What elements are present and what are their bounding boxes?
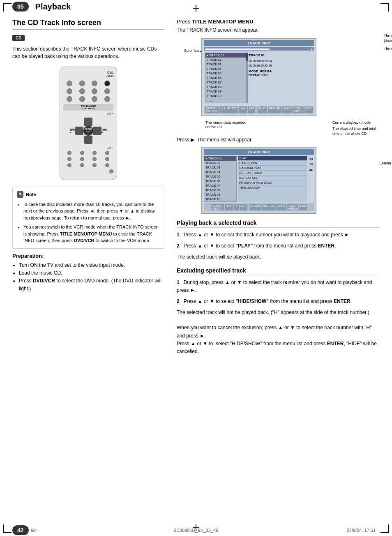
remote-btn-s12 — [105, 163, 109, 167]
chapter-title: Playback — [35, 2, 71, 12]
ctrl-title[interactable]: TITLE/MENU — [293, 106, 304, 113]
trk-minus-label: TRK− — [69, 128, 75, 134]
remote-btn-11 — [92, 96, 97, 102]
ctrl-back[interactable]: BACK — [282, 106, 292, 113]
menu-option-play[interactable]: PLAY — [238, 156, 307, 161]
track-time-1: 00:00:10:00:03:54 — [249, 59, 312, 63]
dpad-enter[interactable]: ENTER/SEL — [83, 126, 93, 136]
remote-btn-s4 — [105, 151, 109, 155]
screen-body: ● TRACK 01 TRACK 02 TRACK 03 TRACK 04 TR… — [204, 51, 314, 104]
footer-date: 27/9/04, 17:51 — [347, 528, 376, 533]
menu-track-list: ● TRACK 01 TRACK 02 TRACK 03 TRACK 04 TR… — [204, 156, 237, 202]
playing-step-1: 1 Press ▲ or ▼ to select the track numbe… — [177, 231, 380, 239]
annotation-current-mode: Current playback mode The elapsed time a… — [332, 120, 378, 136]
track-detail-panel: TRACK 01 00:00:10:00:03:54 00:00:10:00:4… — [248, 53, 313, 103]
track-item-9: TRACK 09 — [205, 89, 246, 94]
remote-row-1 — [63, 81, 113, 86]
track-name-display: TRACK 01 — [249, 53, 312, 57]
remote-row-3 — [63, 96, 113, 102]
dpad: ENTER/SEL TRK− TRK+ — [75, 118, 101, 144]
menu-option-program[interactable]: PROGRAM PLAYBACK — [238, 180, 307, 185]
menu-option-random[interactable]: RANDOM PLAY — [238, 166, 307, 171]
cd-badge: CD — [12, 35, 25, 41]
playing-step-2-follow: The selected track will be played back. — [177, 253, 380, 261]
menu-ctrl-arrow[interactable]: ◄ — [234, 204, 239, 210]
remote-btn-s5 — [67, 157, 71, 161]
two-column-layout: The CD Track Info screen CD This section… — [12, 18, 380, 356]
title-menu-button[interactable]: TITLE MENU/TOP MENU — [63, 104, 113, 111]
cancel-text: When you want to cancel the exclusion, p… — [177, 324, 380, 356]
remote-btn-7 — [92, 88, 97, 94]
remote-btn-10 — [79, 96, 85, 102]
track-item-7: TRACK 07 — [205, 80, 246, 85]
note-header: ✎ Note — [17, 191, 160, 198]
menu-track-07: TRACK 07 — [204, 183, 236, 188]
screen-title: TRACK INFO — [204, 40, 314, 46]
menu-option-repeat-all[interactable]: REPEAT ALL — [238, 176, 307, 180]
remote-btn-2 — [79, 81, 85, 86]
ctrl-set[interactable]: SET — [248, 106, 256, 113]
excluding-step-2: 2 Press ▲ or ▼ to select "HIDE/SHOW" fro… — [177, 298, 380, 305]
dpad-right[interactable] — [93, 127, 101, 135]
remote-btn-s11 — [92, 163, 97, 167]
excluding-step-1: 1 During stop, press ▲ or ▼ to select th… — [177, 279, 380, 294]
menu-ctrl-enter2[interactable]: ENTER — [250, 204, 261, 210]
ctrl-enter-select[interactable]: ENTER/SELECT — [205, 106, 219, 113]
footer-en: En — [31, 528, 37, 533]
annotation-elapsed: The elapsed time and total time of the m… — [384, 34, 392, 43]
menu-option-hide[interactable]: HIDE-SHOW — [238, 161, 307, 166]
menu-track-03: TRACK 03 — [204, 165, 236, 170]
track-info-screen-desc: The TRACK INFO screen will appear. — [177, 27, 380, 33]
menu-ctrl-back[interactable]: BACK — [277, 204, 286, 210]
progress-bar-fill — [205, 49, 270, 50]
remote-btn-s13 — [109, 169, 113, 173]
ctrl-select[interactable]: ▲▼ SELECT — [219, 106, 238, 113]
remote-container: DVD/VCR — [12, 67, 164, 180]
preparation-title: Preparation: — [12, 253, 164, 259]
section-title: The CD Track Info screen — [12, 18, 164, 30]
menu-body: ● TRACK 01 TRACK 02 TRACK 03 TRACK 04 TR… — [204, 156, 314, 202]
press-title-instruction: Press TITLE MENU/TOP MENU. — [177, 18, 380, 25]
track-item-3: TRACK 03 — [205, 62, 246, 67]
menu-option-repeat-track[interactable]: REPEAT TRACK — [238, 171, 307, 176]
dvd-vcr-label: DVD/VCR — [106, 71, 113, 78]
note-label: Note — [26, 192, 36, 197]
remote-control: DVD/VCR — [60, 67, 117, 180]
ctrl-play[interactable]: PLAY — [258, 106, 267, 113]
prep-list: Turn ON the TV and set to the video inpu… — [12, 261, 164, 293]
remote-btn-s7 — [92, 157, 97, 161]
track-info-screen: TRACK INFO ▶ ● TRACK 01 TRACK 02 TRA — [201, 38, 316, 116]
menu-options: PLAY HIDE-SHOW RANDOM PLAY REPEAT TRACK … — [238, 156, 307, 202]
header-bar: 05 Playback — [0, 0, 392, 13]
prep-item-1: Turn ON the TV and set to the video inpu… — [19, 261, 164, 269]
scrollbar-label: Scroll bar — [178, 49, 200, 53]
remote-btn-12 — [104, 96, 110, 102]
menu-track-04: TRACK 04 — [204, 170, 236, 174]
note-list: In case the disc includes more than 10 t… — [17, 201, 160, 244]
menu-ctrl-return[interactable]: RETURN — [262, 204, 276, 210]
menu-option-time-search[interactable]: TIME SEARCH — [238, 185, 307, 190]
playing-back-title: Playing back a selected track — [177, 219, 380, 228]
menu-screen-wrapper: TRACK INFO ● TRACK 01 TRACK 02 TRACK 03 … — [201, 147, 380, 214]
dpad-down[interactable] — [84, 136, 92, 144]
menu-ctrl-enter[interactable]: ENTER/SELECT — [211, 204, 224, 210]
menu-ctrl-set[interactable]: SET — [240, 204, 247, 210]
remote-row-5 — [63, 157, 113, 161]
menu-ctrl-title[interactable]: TITLE/MENU — [287, 204, 298, 210]
ctrl-arrow[interactable]: ◄► — [239, 106, 247, 113]
ctrl-end[interactable]: END — [304, 106, 313, 113]
menu-ctrl-select[interactable]: ▲▼ — [225, 204, 233, 210]
prep-item-3: Press DVD/VCR to select the DVD mode. (T… — [19, 277, 164, 293]
menu-screen: TRACK INFO ● TRACK 01 TRACK 02 TRACK 03 … — [201, 147, 316, 214]
remote-btn-s9 — [67, 163, 71, 167]
scrollbar-thumb — [246, 53, 248, 61]
menu-ctrl-end[interactable]: END — [299, 204, 307, 210]
dpad-up[interactable] — [84, 118, 92, 126]
remote-btn-9 — [67, 96, 72, 102]
dpad-left[interactable] — [75, 127, 83, 135]
ctrl-return[interactable]: RETURN — [268, 106, 281, 113]
track-list-panel: ● TRACK 01 TRACK 02 TRACK 03 TRACK 04 TR… — [205, 53, 246, 103]
note-item-2: You cannot switch to the VCR mode when t… — [23, 224, 160, 244]
left-column: The CD Track Info screen CD This section… — [12, 18, 164, 356]
title-menu-text: TITLE MENU/TOP MENU — [192, 18, 254, 25]
